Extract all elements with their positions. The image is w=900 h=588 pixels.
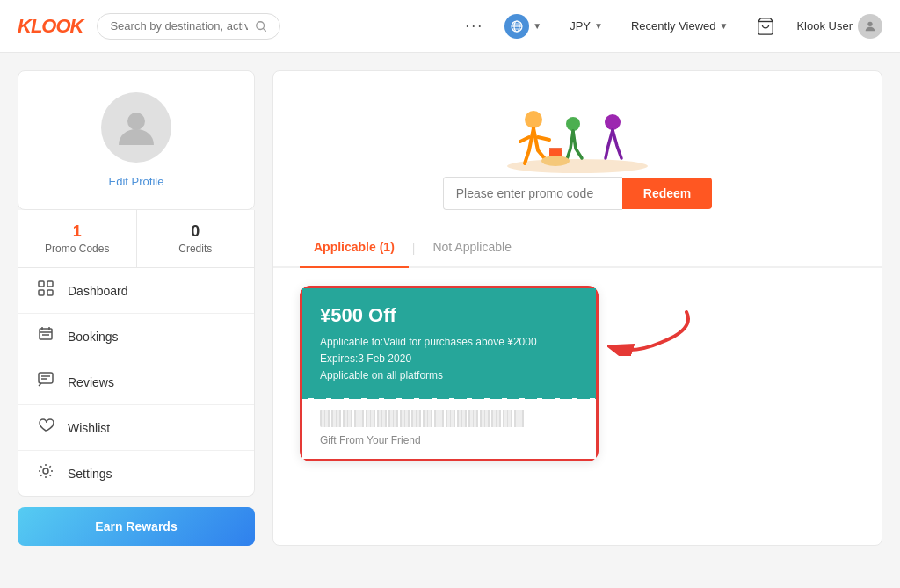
- klook-logo[interactable]: KLOOK: [18, 15, 83, 38]
- sidebar-item-bookings[interactable]: Bookings: [18, 314, 254, 359]
- svg-rect-11: [47, 281, 53, 287]
- edit-profile-link[interactable]: Edit Profile: [109, 175, 164, 188]
- sidebar: Edit Profile 1 Promo Codes 0 Credits: [18, 70, 255, 546]
- user-menu-button[interactable]: Klook User: [796, 14, 882, 39]
- cart-icon: [756, 17, 775, 36]
- bookings-icon: [36, 326, 55, 346]
- svg-rect-10: [39, 281, 44, 287]
- tabs-row: Applicable (1) | Not Applicable: [273, 228, 882, 268]
- svg-rect-19: [39, 373, 53, 383]
- tab-divider: |: [409, 241, 419, 255]
- earn-rewards-button[interactable]: Earn Rewards: [18, 507, 255, 546]
- avatar: [101, 92, 171, 163]
- main-header: KLOOK ··· ▼ JPY ▼ Recently Viewed ▼: [0, 0, 900, 53]
- red-arrow-icon: [607, 303, 695, 356]
- credits-stat[interactable]: 0 Credits: [137, 210, 255, 267]
- earn-rewards-label: Earn Rewards: [95, 519, 177, 534]
- coupon-bottom: Gift From Your Friend: [302, 399, 596, 459]
- promo-illustration: [481, 89, 674, 177]
- stats-row: 1 Promo Codes 0 Credits: [18, 210, 255, 268]
- reviews-icon: [36, 372, 55, 392]
- svg-rect-12: [39, 290, 44, 295]
- promo-codes-stat[interactable]: 1 Promo Codes: [18, 210, 137, 267]
- search-bar[interactable]: [97, 13, 279, 40]
- more-options-button[interactable]: ···: [465, 17, 483, 35]
- recently-viewed-chevron-icon: ▼: [720, 21, 729, 31]
- coupon-card[interactable]: ¥500 Off Applicable to:Valid for purchas…: [300, 286, 599, 461]
- tab-applicable[interactable]: Applicable (1): [300, 228, 409, 268]
- promo-label: Promo Codes: [27, 243, 127, 255]
- reviews-label: Reviews: [68, 375, 114, 389]
- currency-selector[interactable]: JPY ▼: [562, 16, 610, 36]
- currency-label: JPY: [570, 19, 591, 33]
- coupon-applicable-to: Applicable to:Valid for purchases above …: [320, 334, 578, 351]
- dashboard-icon: [36, 280, 55, 301]
- svg-rect-13: [47, 290, 53, 295]
- coupons-area: ¥500 Off Applicable to:Valid for purchas…: [273, 268, 882, 479]
- sidebar-item-reviews[interactable]: Reviews: [18, 359, 254, 405]
- svg-line-1: [263, 28, 265, 31]
- main-content: Redeem Applicable (1) | Not Applicable ¥…: [272, 70, 882, 546]
- coupon-barcode: [320, 410, 526, 427]
- svg-point-25: [566, 117, 580, 131]
- svg-point-23: [507, 159, 648, 173]
- coupon-gift-label: Gift From Your Friend: [320, 434, 578, 446]
- sidebar-item-settings[interactable]: Settings: [18, 451, 254, 496]
- sidebar-item-wishlist[interactable]: Wishlist: [18, 405, 254, 451]
- promo-header-area: Redeem: [273, 71, 882, 228]
- promo-count: 1: [27, 222, 127, 241]
- sidebar-menu: Dashboard Bookings: [18, 268, 255, 497]
- coupon-amount: ¥500 Off: [320, 304, 578, 327]
- svg-point-24: [525, 111, 542, 128]
- redeem-button[interactable]: Redeem: [622, 178, 712, 209]
- language-chevron-icon: ▼: [533, 21, 541, 31]
- recently-viewed-label: Recently Viewed: [631, 19, 716, 33]
- svg-point-26: [605, 114, 621, 130]
- language-selector[interactable]: ▼: [497, 11, 548, 42]
- coupon-platforms: Applicable on all platforms: [320, 367, 578, 384]
- coupon-expires: Expires:3 Feb 2020: [320, 351, 578, 367]
- wishlist-label: Wishlist: [68, 421, 110, 435]
- promo-code-input[interactable]: [443, 177, 622, 210]
- svg-point-9: [127, 113, 145, 130]
- svg-point-29: [541, 156, 570, 166]
- profile-card: Edit Profile: [18, 70, 255, 210]
- credits-count: 0: [146, 222, 246, 241]
- promo-input-row: Redeem: [443, 177, 712, 210]
- user-name-label: Klook User: [796, 19, 853, 33]
- tab-not-applicable[interactable]: Not Applicable: [418, 228, 526, 268]
- globe-icon: [504, 14, 529, 39]
- cart-button[interactable]: [749, 13, 782, 40]
- currency-chevron-icon: ▼: [594, 21, 603, 31]
- svg-point-8: [867, 21, 872, 25]
- recently-viewed-button[interactable]: Recently Viewed ▼: [624, 16, 736, 36]
- settings-label: Settings: [68, 467, 112, 481]
- sidebar-item-dashboard[interactable]: Dashboard: [18, 268, 254, 314]
- main-layout: Edit Profile 1 Promo Codes 0 Credits: [0, 53, 900, 563]
- credits-label: Credits: [146, 243, 246, 255]
- svg-rect-14: [40, 329, 52, 339]
- wishlist-icon: [36, 417, 55, 438]
- settings-icon: [36, 463, 55, 483]
- coupon-description: Applicable to:Valid for purchases above …: [320, 334, 578, 385]
- coupon-top: ¥500 Off Applicable to:Valid for purchas…: [302, 288, 596, 399]
- dashboard-label: Dashboard: [68, 284, 128, 298]
- user-avatar: [858, 14, 882, 39]
- search-input[interactable]: [110, 19, 247, 33]
- search-icon: [255, 19, 267, 33]
- bookings-label: Bookings: [68, 330, 119, 344]
- svg-point-22: [43, 468, 48, 474]
